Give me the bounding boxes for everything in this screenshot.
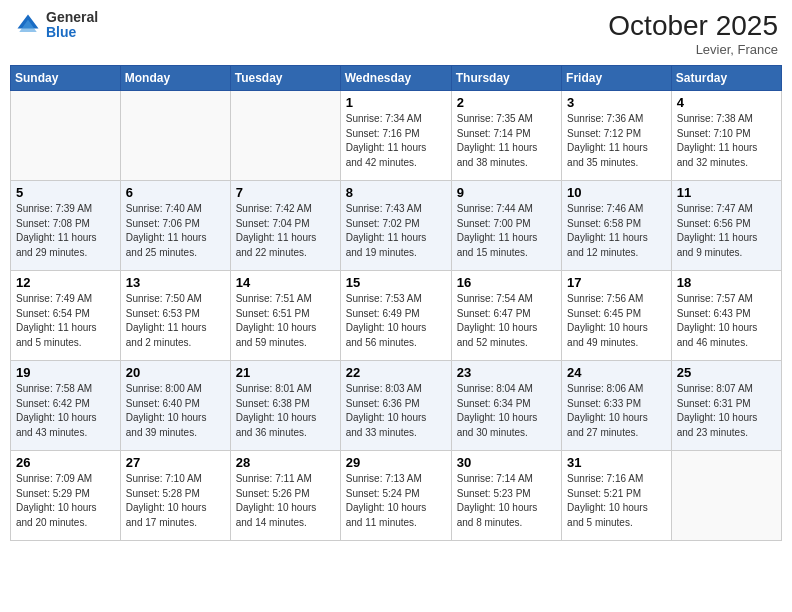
calendar-body: 1Sunrise: 7:34 AM Sunset: 7:16 PM Daylig…	[11, 91, 782, 541]
calendar-cell: 24Sunrise: 8:06 AM Sunset: 6:33 PM Dayli…	[562, 361, 672, 451]
day-number: 31	[567, 455, 666, 470]
calendar-cell: 27Sunrise: 7:10 AM Sunset: 5:28 PM Dayli…	[120, 451, 230, 541]
calendar-cell: 7Sunrise: 7:42 AM Sunset: 7:04 PM Daylig…	[230, 181, 340, 271]
day-info: Sunrise: 8:06 AM Sunset: 6:33 PM Dayligh…	[567, 382, 666, 440]
day-number: 30	[457, 455, 556, 470]
header-day-tuesday: Tuesday	[230, 66, 340, 91]
day-number: 10	[567, 185, 666, 200]
day-number: 15	[346, 275, 446, 290]
header-day-thursday: Thursday	[451, 66, 561, 91]
day-number: 25	[677, 365, 776, 380]
calendar-cell: 14Sunrise: 7:51 AM Sunset: 6:51 PM Dayli…	[230, 271, 340, 361]
day-info: Sunrise: 8:07 AM Sunset: 6:31 PM Dayligh…	[677, 382, 776, 440]
day-number: 29	[346, 455, 446, 470]
calendar-cell: 23Sunrise: 8:04 AM Sunset: 6:34 PM Dayli…	[451, 361, 561, 451]
day-info: Sunrise: 7:46 AM Sunset: 6:58 PM Dayligh…	[567, 202, 666, 260]
calendar-cell: 31Sunrise: 7:16 AM Sunset: 5:21 PM Dayli…	[562, 451, 672, 541]
calendar-week-3: 12Sunrise: 7:49 AM Sunset: 6:54 PM Dayli…	[11, 271, 782, 361]
day-number: 1	[346, 95, 446, 110]
calendar-cell: 4Sunrise: 7:38 AM Sunset: 7:10 PM Daylig…	[671, 91, 781, 181]
logo-blue-text: Blue	[46, 25, 98, 40]
calendar-cell: 1Sunrise: 7:34 AM Sunset: 7:16 PM Daylig…	[340, 91, 451, 181]
calendar-week-1: 1Sunrise: 7:34 AM Sunset: 7:16 PM Daylig…	[11, 91, 782, 181]
day-number: 18	[677, 275, 776, 290]
header-day-saturday: Saturday	[671, 66, 781, 91]
calendar-cell: 9Sunrise: 7:44 AM Sunset: 7:00 PM Daylig…	[451, 181, 561, 271]
day-number: 3	[567, 95, 666, 110]
calendar-cell: 16Sunrise: 7:54 AM Sunset: 6:47 PM Dayli…	[451, 271, 561, 361]
day-info: Sunrise: 7:35 AM Sunset: 7:14 PM Dayligh…	[457, 112, 556, 170]
calendar-cell: 22Sunrise: 8:03 AM Sunset: 6:36 PM Dayli…	[340, 361, 451, 451]
calendar-cell: 10Sunrise: 7:46 AM Sunset: 6:58 PM Dayli…	[562, 181, 672, 271]
calendar-week-2: 5Sunrise: 7:39 AM Sunset: 7:08 PM Daylig…	[11, 181, 782, 271]
calendar-cell: 12Sunrise: 7:49 AM Sunset: 6:54 PM Dayli…	[11, 271, 121, 361]
month-title: October 2025	[608, 10, 778, 42]
day-number: 9	[457, 185, 556, 200]
day-info: Sunrise: 7:39 AM Sunset: 7:08 PM Dayligh…	[16, 202, 115, 260]
calendar-cell: 21Sunrise: 8:01 AM Sunset: 6:38 PM Dayli…	[230, 361, 340, 451]
day-number: 2	[457, 95, 556, 110]
calendar-cell: 18Sunrise: 7:57 AM Sunset: 6:43 PM Dayli…	[671, 271, 781, 361]
calendar-cell: 13Sunrise: 7:50 AM Sunset: 6:53 PM Dayli…	[120, 271, 230, 361]
calendar-cell: 29Sunrise: 7:13 AM Sunset: 5:24 PM Dayli…	[340, 451, 451, 541]
day-number: 6	[126, 185, 225, 200]
day-info: Sunrise: 7:16 AM Sunset: 5:21 PM Dayligh…	[567, 472, 666, 530]
calendar-cell: 8Sunrise: 7:43 AM Sunset: 7:02 PM Daylig…	[340, 181, 451, 271]
day-number: 8	[346, 185, 446, 200]
calendar-cell: 30Sunrise: 7:14 AM Sunset: 5:23 PM Dayli…	[451, 451, 561, 541]
calendar-cell: 3Sunrise: 7:36 AM Sunset: 7:12 PM Daylig…	[562, 91, 672, 181]
day-info: Sunrise: 7:10 AM Sunset: 5:28 PM Dayligh…	[126, 472, 225, 530]
day-number: 11	[677, 185, 776, 200]
logo-text: General Blue	[46, 10, 98, 41]
calendar-header: SundayMondayTuesdayWednesdayThursdayFrid…	[11, 66, 782, 91]
day-number: 16	[457, 275, 556, 290]
day-number: 14	[236, 275, 335, 290]
day-number: 13	[126, 275, 225, 290]
day-info: Sunrise: 7:14 AM Sunset: 5:23 PM Dayligh…	[457, 472, 556, 530]
logo: General Blue	[14, 10, 98, 41]
day-info: Sunrise: 7:40 AM Sunset: 7:06 PM Dayligh…	[126, 202, 225, 260]
day-info: Sunrise: 7:38 AM Sunset: 7:10 PM Dayligh…	[677, 112, 776, 170]
logo-general-text: General	[46, 10, 98, 25]
day-info: Sunrise: 7:51 AM Sunset: 6:51 PM Dayligh…	[236, 292, 335, 350]
header-day-monday: Monday	[120, 66, 230, 91]
day-info: Sunrise: 8:00 AM Sunset: 6:40 PM Dayligh…	[126, 382, 225, 440]
header-row: SundayMondayTuesdayWednesdayThursdayFrid…	[11, 66, 782, 91]
day-info: Sunrise: 7:11 AM Sunset: 5:26 PM Dayligh…	[236, 472, 335, 530]
calendar-cell: 17Sunrise: 7:56 AM Sunset: 6:45 PM Dayli…	[562, 271, 672, 361]
day-number: 7	[236, 185, 335, 200]
calendar-cell	[11, 91, 121, 181]
calendar-cell: 2Sunrise: 7:35 AM Sunset: 7:14 PM Daylig…	[451, 91, 561, 181]
day-number: 4	[677, 95, 776, 110]
calendar-cell: 20Sunrise: 8:00 AM Sunset: 6:40 PM Dayli…	[120, 361, 230, 451]
day-info: Sunrise: 7:58 AM Sunset: 6:42 PM Dayligh…	[16, 382, 115, 440]
day-info: Sunrise: 7:54 AM Sunset: 6:47 PM Dayligh…	[457, 292, 556, 350]
day-info: Sunrise: 7:57 AM Sunset: 6:43 PM Dayligh…	[677, 292, 776, 350]
calendar-cell	[671, 451, 781, 541]
day-info: Sunrise: 7:49 AM Sunset: 6:54 PM Dayligh…	[16, 292, 115, 350]
calendar-table: SundayMondayTuesdayWednesdayThursdayFrid…	[10, 65, 782, 541]
calendar-week-4: 19Sunrise: 7:58 AM Sunset: 6:42 PM Dayli…	[11, 361, 782, 451]
day-number: 28	[236, 455, 335, 470]
day-number: 24	[567, 365, 666, 380]
calendar-cell: 25Sunrise: 8:07 AM Sunset: 6:31 PM Dayli…	[671, 361, 781, 451]
day-number: 19	[16, 365, 115, 380]
calendar-cell: 28Sunrise: 7:11 AM Sunset: 5:26 PM Dayli…	[230, 451, 340, 541]
header-day-friday: Friday	[562, 66, 672, 91]
day-info: Sunrise: 7:56 AM Sunset: 6:45 PM Dayligh…	[567, 292, 666, 350]
calendar-cell: 15Sunrise: 7:53 AM Sunset: 6:49 PM Dayli…	[340, 271, 451, 361]
location: Levier, France	[608, 42, 778, 57]
calendar-cell: 5Sunrise: 7:39 AM Sunset: 7:08 PM Daylig…	[11, 181, 121, 271]
day-info: Sunrise: 7:53 AM Sunset: 6:49 PM Dayligh…	[346, 292, 446, 350]
calendar-cell: 6Sunrise: 7:40 AM Sunset: 7:06 PM Daylig…	[120, 181, 230, 271]
day-number: 21	[236, 365, 335, 380]
calendar-cell	[120, 91, 230, 181]
header-day-sunday: Sunday	[11, 66, 121, 91]
day-number: 23	[457, 365, 556, 380]
day-info: Sunrise: 8:01 AM Sunset: 6:38 PM Dayligh…	[236, 382, 335, 440]
day-number: 27	[126, 455, 225, 470]
day-number: 20	[126, 365, 225, 380]
day-info: Sunrise: 7:50 AM Sunset: 6:53 PM Dayligh…	[126, 292, 225, 350]
calendar-cell	[230, 91, 340, 181]
day-number: 5	[16, 185, 115, 200]
